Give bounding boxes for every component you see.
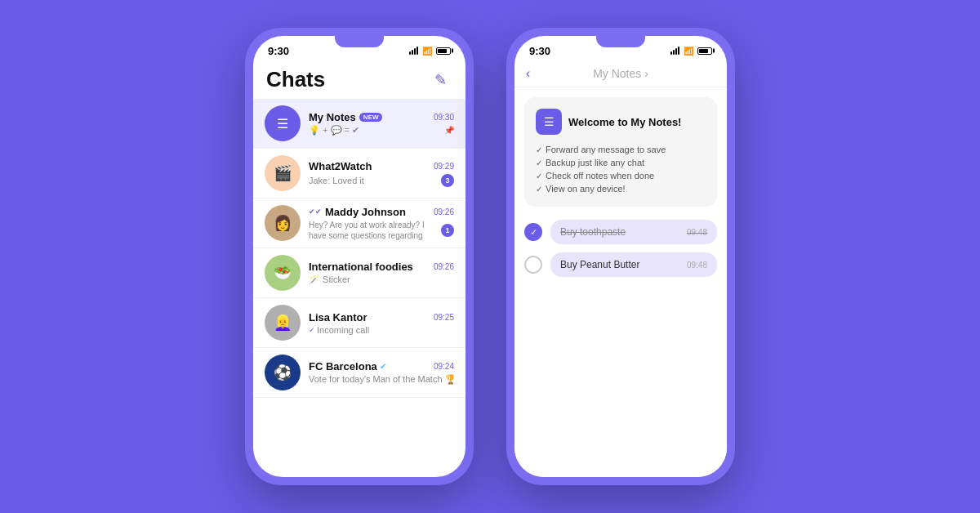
chat-name-what2watch: What2Watch xyxy=(309,160,372,172)
welcome-list-item-1: Forward any message to save xyxy=(536,143,706,156)
todo-bubble-2: Buy Peanut Butter 09:48 xyxy=(550,252,717,277)
unread-badge-maddy: 1 xyxy=(441,224,454,237)
notch-right xyxy=(588,36,653,54)
chats-title: Chats xyxy=(266,67,325,92)
welcome-list: Forward any message to save Backup just … xyxy=(536,143,706,195)
wifi-icon: 📶 xyxy=(422,47,432,56)
wifi-icon-right: 📶 xyxy=(684,47,693,56)
notes-chevron: › xyxy=(644,67,648,80)
welcome-avatar-icon: ☰ xyxy=(536,109,562,135)
avatar-foodies: 🥗 xyxy=(265,255,301,291)
avatar-what2watch: 🎬 xyxy=(265,155,301,191)
chat-item-fcb[interactable]: ⚽ FC Barcelona ✔ 09:24 Vote for today's … xyxy=(253,348,466,398)
chat-preview-lisa: ✓ Incoming call xyxy=(309,325,454,335)
chat-name-lisa: Lisa Kantor xyxy=(309,311,368,323)
status-icons-left: 📶 xyxy=(409,47,451,56)
chat-info-foodies: International foodies 09:26 🪄 Sticker xyxy=(309,261,454,285)
chat-item-what2watch[interactable]: 🎬 What2Watch 09:29 Jake: Loved it 3 xyxy=(253,149,466,199)
chat-time-fcb: 09:24 xyxy=(434,362,454,371)
avatar-my-notes: ☰ xyxy=(265,105,301,141)
back-button[interactable]: ‹ xyxy=(526,66,530,81)
battery-icon-right xyxy=(697,47,712,55)
left-phone: 9:30 📶 Chats ✎ xyxy=(245,28,474,485)
notes-content: ☰ Welcome to My Notes! Forward any messa… xyxy=(514,87,727,477)
chats-header: Chats ✎ xyxy=(253,62,466,99)
todo-text-2: Buy Peanut Butter xyxy=(560,259,639,270)
new-badge: NEW xyxy=(359,113,383,122)
chat-name-foodies: International foodies xyxy=(309,261,413,273)
unread-badge-what2watch: 3 xyxy=(441,174,454,187)
chat-item-maddy[interactable]: 👩 ✔✔ Maddy Johnson 09:26 Hey? Are you at… xyxy=(253,199,466,248)
chat-time-what2watch: 09:29 xyxy=(434,162,454,171)
chat-item-my-notes[interactable]: ☰ My Notes NEW 09:30 💡 + 💬 = ✔ 📌 xyxy=(253,99,466,149)
notch xyxy=(327,36,392,54)
pin-icon: 📌 xyxy=(444,126,454,135)
status-icons-right: 📶 xyxy=(670,47,712,56)
todo-bubble-1: Buy toothpaste 09:48 xyxy=(550,220,717,244)
chat-preview-my-notes: 💡 + 💬 = ✔ 📌 xyxy=(309,125,454,136)
chat-info-my-notes: My Notes NEW 09:30 💡 + 💬 = ✔ 📌 xyxy=(309,111,454,136)
chat-preview-maddy: Hey? Are you at work already? I have som… xyxy=(309,220,441,241)
double-check-icon: ✔✔ xyxy=(309,207,322,216)
chat-name-maddy: Maddy Johnson xyxy=(325,206,406,218)
chat-item-lisa[interactable]: 👱‍♀️ Lisa Kantor 09:25 ✓ Incoming call xyxy=(253,298,466,348)
todo-text-1: Buy toothpaste xyxy=(560,226,626,238)
todo-item-1[interactable]: ✓ Buy toothpaste 09:48 xyxy=(524,220,717,244)
welcome-list-item-2: Backup just like any chat xyxy=(536,156,706,169)
chat-item-foodies[interactable]: 🥗 International foodies 09:26 🪄 Sticker xyxy=(253,248,466,298)
check-icon-lisa: ✓ xyxy=(309,326,315,334)
signal-icon-right xyxy=(670,47,679,55)
compose-button[interactable]: ✎ xyxy=(434,71,452,89)
notes-header: ‹ My Notes › xyxy=(514,62,727,87)
notes-title: My Notes › xyxy=(593,67,648,80)
welcome-card-title: Welcome to My Notes! xyxy=(568,116,681,128)
avatar-maddy: 👩 xyxy=(265,205,301,241)
chat-preview-what2watch: Jake: Loved it xyxy=(309,176,364,185)
chat-preview-foodies: 🪄 Sticker xyxy=(309,274,454,285)
todo-time-2: 09:48 xyxy=(687,261,707,270)
todo-item-2[interactable]: Buy Peanut Butter 09:48 xyxy=(524,252,717,277)
status-time-right: 9:30 xyxy=(529,45,550,57)
avatar-lisa: 👱‍♀️ xyxy=(265,305,301,341)
chat-preview-fcb: Vote for today's Man of the Match 🏆 xyxy=(309,374,454,385)
verified-icon-fcb: ✔ xyxy=(380,362,386,371)
right-phone: 9:30 📶 ‹ My Notes › xyxy=(506,28,735,485)
welcome-card: ☰ Welcome to My Notes! Forward any messa… xyxy=(524,97,717,207)
chat-info-fcb: FC Barcelona ✔ 09:24 Vote for today's Ma… xyxy=(309,360,454,385)
chat-time-my-notes: 09:30 xyxy=(434,113,454,122)
status-time-left: 9:30 xyxy=(268,45,289,57)
battery-icon xyxy=(436,47,451,55)
welcome-card-header: ☰ Welcome to My Notes! xyxy=(536,109,706,135)
chat-info-maddy: ✔✔ Maddy Johnson 09:26 Hey? Are you at w… xyxy=(309,206,454,241)
chat-time-lisa: 09:25 xyxy=(434,313,454,322)
welcome-list-item-4: View on any device! xyxy=(536,182,706,195)
chat-name-fcb: FC Barcelona xyxy=(309,360,377,372)
todo-check-2[interactable] xyxy=(524,256,542,274)
todo-time-1: 09:48 xyxy=(687,228,707,237)
todo-check-1[interactable]: ✓ xyxy=(524,223,542,241)
avatar-fcb: ⚽ xyxy=(265,355,301,390)
chat-list: ☰ My Notes NEW 09:30 💡 + 💬 = ✔ 📌 xyxy=(253,99,466,477)
chat-time-foodies: 09:26 xyxy=(434,262,454,271)
chat-name-my-notes: My Notes NEW xyxy=(309,111,382,123)
chat-time-maddy: 09:26 xyxy=(434,207,454,216)
chat-info-lisa: Lisa Kantor 09:25 ✓ Incoming call xyxy=(309,311,454,335)
welcome-list-item-3: Check off notes when done xyxy=(536,169,706,182)
signal-icon xyxy=(409,47,418,55)
chat-info-what2watch: What2Watch 09:29 Jake: Loved it 3 xyxy=(309,160,454,187)
